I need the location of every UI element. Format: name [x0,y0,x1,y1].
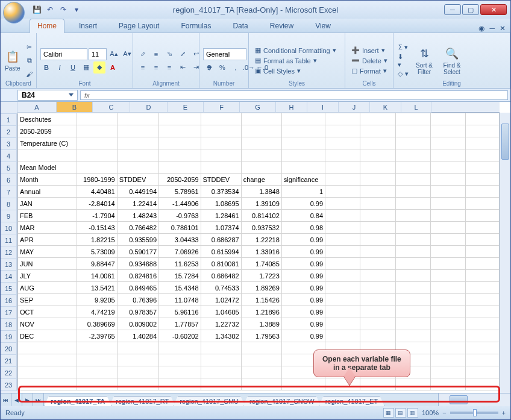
cell-L8[interactable] [465,198,499,210]
percent-icon[interactable]: % [216,61,228,74]
cell-I16[interactable] [360,294,395,306]
cell-F22[interactable] [241,366,281,378]
cell-H6[interactable] [325,174,360,186]
cell-K6[interactable] [430,174,465,186]
font-family-input[interactable]: Calibri [40,48,87,60]
cell-J6[interactable] [395,174,430,186]
cell-A1[interactable]: Deschutes [18,113,77,125]
qat-dropdown-icon[interactable]: ▾ [72,5,81,14]
cell-D16[interactable]: 11.0748 [159,294,201,306]
cell-C8[interactable]: 1.22414 [117,198,158,210]
cell-K20[interactable] [430,342,465,354]
cell-D4[interactable] [159,149,201,161]
cell-F14[interactable]: 1.7223 [241,270,281,282]
cell-B21[interactable] [77,354,117,366]
cell-L4[interactable] [465,149,499,161]
cell-G12[interactable]: 0.99 [281,246,325,258]
cell-K3[interactable] [430,137,465,149]
row-header-12[interactable]: 12 [1,246,17,259]
cell-G1[interactable] [281,113,325,125]
cell-L21[interactable] [465,354,499,366]
zoom-in-icon[interactable]: + [502,409,506,416]
row-header-15[interactable]: 15 [1,283,17,295]
row-header-22[interactable]: 22 [1,367,17,379]
cell-F2[interactable] [241,125,281,137]
cell-I11[interactable] [360,234,395,246]
page-break-view-icon[interactable]: ▥ [407,408,418,418]
cell-H18[interactable] [325,318,360,330]
cell-H15[interactable] [325,282,360,294]
cell-B16[interactable]: 9.9205 [77,294,117,306]
cell-B22[interactable] [77,366,117,378]
cell-A21[interactable] [18,354,77,366]
sort-filter-button[interactable]: ⇅Sort & Filter [412,41,437,81]
decrease-indent-icon[interactable]: ⇤ [177,61,189,74]
zoom-knob[interactable] [473,409,477,416]
cell-A12[interactable]: MAY [18,246,77,258]
cell-D20[interactable] [159,342,201,354]
cell-C18[interactable]: 0.809002 [117,318,158,330]
cell-C15[interactable]: 0.849465 [117,282,158,294]
cell-F13[interactable]: 1.74085 [241,258,281,270]
row-header-21[interactable]: 21 [1,355,17,367]
cell-J13[interactable] [395,258,430,270]
currency-icon[interactable]: $ [203,61,215,74]
cell-I7[interactable] [360,186,395,198]
ribbon-tab-home[interactable]: Home [30,19,64,33]
cell-J11[interactable] [395,234,430,246]
ribbon-tab-view[interactable]: View [308,19,338,33]
cell-G14[interactable]: 0.99 [281,270,325,282]
cell-E20[interactable] [201,342,241,354]
cell-D17[interactable]: 5.96116 [159,306,201,318]
ribbon-tab-page-layout[interactable]: Page Layout [111,19,166,33]
cell-K10[interactable] [430,222,465,234]
cell-E16[interactable]: 1.02472 [201,294,241,306]
cell-K15[interactable] [430,282,465,294]
cell-A14[interactable]: JLY [18,270,77,282]
row-header-13[interactable]: 13 [1,259,17,271]
cell-G6[interactable]: significance [281,174,325,186]
cell-K19[interactable] [430,330,465,342]
cell-H13[interactable] [325,258,360,270]
fill-icon[interactable]: ⬇ ▾ [397,55,409,67]
horizontal-scrollbar[interactable] [438,393,510,406]
cell-E15[interactable]: 0.74533 [201,282,241,294]
cell-H7[interactable] [325,186,360,198]
cell-F5[interactable] [241,161,281,174]
cell-K7[interactable] [430,186,465,198]
cell-G19[interactable]: 0.99 [281,330,325,342]
cell-E18[interactable]: 1.22732 [201,318,241,330]
cell-C19[interactable]: 1.40284 [117,330,158,342]
col-header-G[interactable]: G [240,102,276,113]
font-size-input[interactable]: 11 [89,48,107,60]
cell-E11[interactable]: 0.686287 [201,234,241,246]
col-header-I[interactable]: I [307,102,339,113]
row-header-1[interactable]: 1 [1,114,17,126]
cell-A8[interactable]: JAN [18,198,77,210]
cell-K21[interactable] [430,354,465,366]
sheet-nav-first-icon[interactable]: ⏮ [1,393,11,406]
row-header-3[interactable]: 3 [1,138,17,150]
vertical-scrollbar[interactable] [500,113,510,393]
cell-H1[interactable] [325,113,360,125]
cell-K1[interactable] [430,113,465,125]
copy-icon[interactable]: ⧉ [24,55,36,67]
cell-J9[interactable] [395,210,430,222]
cell-E22[interactable] [201,366,241,378]
conditional-formatting-button[interactable]: ▦Conditional Formatting ▾ [252,46,339,55]
cell-J17[interactable] [395,306,430,318]
cell-B7[interactable]: 4.40481 [77,186,117,198]
cell-B4[interactable] [77,149,117,161]
cell-C21[interactable] [117,354,158,366]
cell-L1[interactable] [465,113,499,125]
cell-H10[interactable] [325,222,360,234]
cell-F15[interactable]: 1.89269 [241,282,281,294]
cell-C5[interactable] [117,161,158,174]
font-color-icon[interactable]: A [107,61,119,74]
cell-H12[interactable] [325,246,360,258]
cell-C9[interactable]: 1.48243 [117,210,158,222]
cell-C12[interactable]: 0.590177 [117,246,158,258]
col-header-A[interactable]: A [17,102,57,113]
format-painter-icon[interactable]: 🖌 [24,68,36,80]
cell-C13[interactable]: 0.934688 [117,258,158,270]
